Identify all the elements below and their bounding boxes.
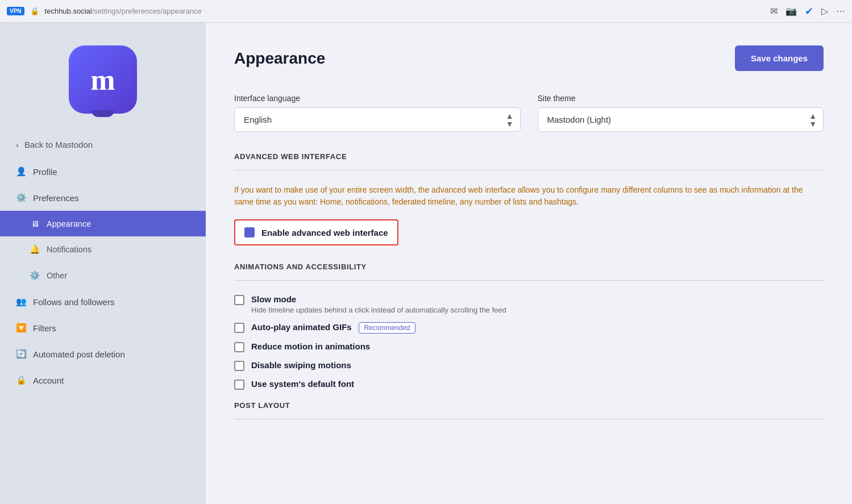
back-label: Back to Mastodon — [24, 140, 93, 149]
check-circle-icon[interactable]: ✔ — [805, 5, 813, 18]
sidebar-item-label: Preferences — [33, 193, 79, 203]
slow-mode-label: Slow mode — [251, 294, 506, 304]
interface-language-select-wrapper: English ▲▼ — [234, 107, 521, 132]
url-domain: techhub.social — [45, 7, 92, 15]
url-bar: techhub.social/settings/preferences/appe… — [45, 7, 202, 15]
sidebar-item-notifications[interactable]: 🔔 Notifications — [0, 236, 206, 263]
autoplay-item: Auto-play animated GIFs Recommended — [234, 322, 824, 334]
slow-mode-item: Slow mode Hide timeline updates behind a… — [234, 294, 824, 314]
sidebar-item-label: Filters — [33, 323, 56, 333]
animations-divider — [234, 280, 824, 281]
enable-advanced-checkbox[interactable] — [244, 227, 255, 238]
sidebar-item-preferences[interactable]: ↘ ⚙️ Preferences — [0, 185, 206, 211]
back-to-mastodon[interactable]: ‹ Back to Mastodon — [0, 131, 206, 159]
site-theme-label: Site theme — [538, 94, 824, 103]
site-theme-select[interactable]: Mastodon (Light) — [538, 107, 824, 132]
slow-mode-content: Slow mode Hide timeline updates behind a… — [251, 294, 506, 314]
disable-swiping-checkbox[interactable] — [234, 361, 244, 371]
sidebar-item-label: Other — [47, 271, 67, 280]
sidebar-item-filters[interactable]: 🔽 Filters — [0, 315, 206, 341]
sidebar-item-label: Account — [33, 376, 64, 385]
automated-icon: 🔄 — [16, 349, 26, 359]
slow-mode-checkbox[interactable] — [234, 295, 244, 305]
camera-icon[interactable]: 📷 — [785, 6, 797, 16]
autoplay-label: Auto-play animated GIFs — [251, 322, 352, 332]
save-changes-button[interactable]: Save changes — [735, 45, 824, 71]
sidebar-item-label: Automated post deletion — [33, 349, 125, 359]
post-layout-divider — [234, 419, 824, 419]
filters-icon: 🔽 — [16, 323, 26, 333]
sidebar-item-other[interactable]: ⚙️ Other — [0, 263, 206, 289]
advanced-divider — [234, 170, 824, 170]
mastodon-logo: m — [69, 45, 137, 114]
browser-bar: VPN 🔒 techhub.social/settings/preference… — [0, 0, 852, 23]
post-layout-heading: POST LAYOUT — [234, 401, 824, 410]
sidebar-item-label: Notifications — [47, 245, 92, 254]
sidebar: m ‹ Back to Mastodon 👤 Profile ↘ ⚙️ Pref… — [0, 23, 206, 504]
main-layout: m ‹ Back to Mastodon 👤 Profile ↘ ⚙️ Pref… — [0, 23, 852, 504]
lock-icon: 🔒 — [30, 7, 39, 15]
sidebar-item-appearance[interactable]: 🖥 Appearance — [0, 211, 206, 236]
sidebar-item-profile[interactable]: 👤 Profile — [0, 159, 206, 185]
autoplay-checkbox[interactable] — [234, 323, 244, 333]
reduce-motion-item: Reduce motion in animations — [234, 341, 824, 352]
sidebar-item-account[interactable]: 🔒 Account — [0, 367, 206, 393]
interface-language-select[interactable]: English — [234, 107, 521, 132]
url-path: /settings/preferences/appearance — [92, 7, 202, 15]
autoplay-content: Auto-play animated GIFs Recommended — [251, 322, 415, 334]
disable-swiping-item: Disable swiping motions — [234, 360, 824, 371]
sidebar-item-label: Follows and followers — [33, 297, 114, 307]
advanced-description: If you want to make use of your entire s… — [234, 184, 824, 208]
appearance-icon: 🖥 — [30, 219, 40, 228]
other-icon: ⚙️ — [30, 270, 40, 281]
more-icon[interactable]: ⋯ — [836, 6, 845, 16]
forward-icon[interactable]: ▷ — [821, 6, 828, 16]
sidebar-item-follows[interactable]: 👥 Follows and followers — [0, 289, 206, 315]
interface-language-group: Interface language English ▲▼ — [234, 94, 521, 132]
nav-section: ‹ Back to Mastodon 👤 Profile ↘ ⚙️ Prefer… — [0, 131, 206, 398]
advanced-heading: ADVANCED WEB INTERFACE — [234, 152, 824, 161]
page-header: Appearance Save changes — [234, 45, 824, 71]
back-arrow-icon: ‹ — [16, 140, 19, 149]
animations-heading: ANIMATIONS AND ACCESSIBILITY — [234, 263, 824, 271]
content-area: Appearance Save changes Interface langua… — [206, 23, 852, 504]
system-font-item: Use system's default font — [234, 379, 824, 390]
recommended-badge: Recommended — [359, 322, 415, 334]
sidebar-item-label: Profile — [33, 167, 57, 177]
sidebar-item-automated[interactable]: 🔄 Automated post deletion — [0, 341, 206, 367]
site-theme-select-wrapper: Mastodon (Light) ▲▼ — [538, 107, 824, 132]
browser-icons: ✉ 📷 ✔ ▷ ⋯ — [770, 5, 845, 18]
vpn-badge: VPN — [7, 7, 24, 15]
enable-advanced-box: Enable advanced web interface — [234, 219, 398, 245]
reduce-motion-checkbox[interactable] — [234, 342, 244, 352]
mail-icon[interactable]: ✉ — [770, 6, 778, 16]
logo-area: m — [69, 23, 137, 131]
disable-swiping-label: Disable swiping motions — [251, 360, 351, 370]
enable-advanced-label[interactable]: Enable advanced web interface — [261, 228, 388, 238]
slow-mode-description: Hide timeline updates behind a click ins… — [251, 306, 506, 314]
follows-icon: 👥 — [16, 297, 26, 307]
profile-icon: 👤 — [16, 166, 26, 177]
sidebar-item-label: Appearance — [47, 219, 91, 228]
preferences-icon: ⚙️ — [16, 193, 26, 203]
interface-language-label: Interface language — [234, 94, 521, 103]
page-title: Appearance — [234, 49, 325, 68]
language-theme-row: Interface language English ▲▼ Site theme… — [234, 94, 824, 132]
reduce-motion-label: Reduce motion in animations — [251, 341, 370, 351]
account-icon: 🔒 — [16, 375, 26, 385]
site-theme-group: Site theme Mastodon (Light) ▲▼ — [538, 94, 824, 132]
notifications-icon: 🔔 — [30, 244, 40, 255]
system-font-checkbox[interactable] — [234, 380, 244, 390]
system-font-label: Use system's default font — [251, 379, 354, 389]
